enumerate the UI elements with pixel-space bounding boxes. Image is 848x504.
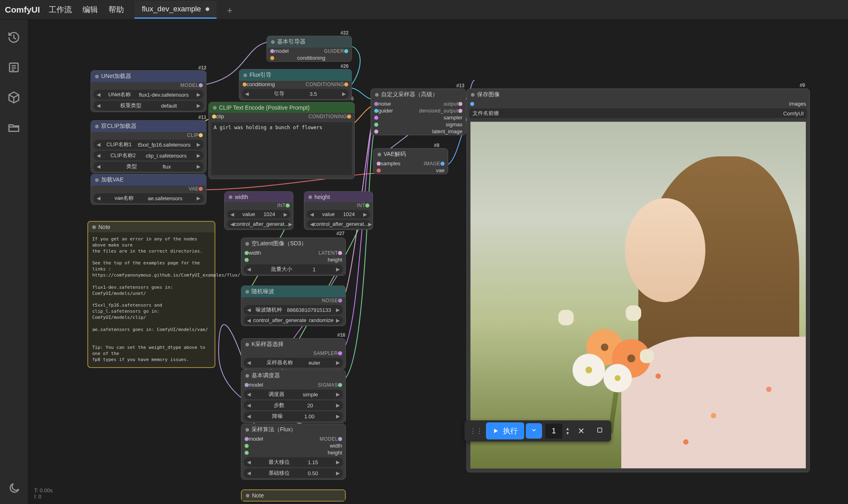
height-value[interactable]: ◀value1024▶ xyxy=(307,210,370,218)
node-note[interactable]: Note If you get an error in any of the n… xyxy=(87,221,215,368)
stat-iter: I: 0 xyxy=(34,493,53,500)
steps-widget[interactable]: ◀步数20▶ xyxy=(244,400,343,410)
cancel-button[interactable]: ✕ xyxy=(572,423,590,439)
node-ksampler-select[interactable]: K采样器选择 SAMPLER ◀采样器名称euler▶ xyxy=(241,338,346,369)
node-scheduler[interactable]: 基本调度器 modelSIGMAS ◀调度器simple▶ ◀步数20▶ ◀降噪… xyxy=(241,370,346,423)
seed-widget[interactable]: ◀噪波随机种886638107915133▶ xyxy=(244,305,343,315)
node-empty-latent[interactable]: 空Latent图像（SD3） widthLATENT height ◀批量大小1… xyxy=(241,238,346,276)
node-title: Note xyxy=(252,492,264,499)
filename-widget[interactable]: 文件名前缀ComfyUI xyxy=(469,108,807,118)
node-id-badge: #16 xyxy=(337,332,345,338)
history-icon[interactable] xyxy=(7,31,20,44)
node-height[interactable]: height INT ◀value1024▶ ◀control_after_ge… xyxy=(304,191,373,230)
stat-time: T: 0.00s xyxy=(34,487,53,494)
node-title: Note xyxy=(98,224,111,230)
drag-handle-icon[interactable]: ⋮⋮ xyxy=(466,427,486,435)
node-vae-loader[interactable]: 加载VAE VAE ◀vae名称ae.safetensors▶ xyxy=(91,174,206,205)
width-value[interactable]: ◀value1024▶ xyxy=(227,210,291,218)
menu-edit[interactable]: 编辑 xyxy=(82,4,98,15)
stop-icon xyxy=(596,426,603,434)
node-id-badge: #8 xyxy=(434,143,439,148)
batch-widget[interactable]: ◀批量大小1▶ xyxy=(244,264,343,274)
node-id-badge: #13 xyxy=(456,83,464,89)
tab-active[interactable]: flux_dev_example xyxy=(134,1,217,19)
node-id-badge: #12 xyxy=(198,65,206,71)
cag-widget[interactable]: ◀control_after_generaterandomize▶ xyxy=(244,316,343,324)
cube-icon[interactable] xyxy=(7,91,20,104)
node-title: CLIP Text Encode (Positive Prompt) xyxy=(219,104,310,111)
moon-icon[interactable] xyxy=(7,482,20,495)
clip2-widget[interactable]: ◀CLIP名称2clip_l.safetensors▶ xyxy=(93,151,204,160)
node-advanced-sampler[interactable]: 自定义采样器（高级） noiseoutput guiderdenoised_ou… xyxy=(371,89,466,135)
queue-count[interactable]: 1 xyxy=(545,424,562,439)
list-icon[interactable] xyxy=(7,61,20,74)
node-title: height xyxy=(314,194,330,200)
node-title: 双CLIP加载器 xyxy=(101,123,137,130)
node-vae-decode[interactable]: VAE解码 samplesIMAGE vae xyxy=(373,148,448,174)
execute-mode-button[interactable] xyxy=(526,423,542,439)
node-title: 采样算法（Flux） xyxy=(252,426,296,433)
queue-up-button[interactable]: ▲ xyxy=(563,426,572,431)
node-flux-guider[interactable]: Flux引导 conditioningCONDITIONING ◀引导3.5▶ xyxy=(239,69,352,100)
node-unet-loader[interactable]: UNet加载器 MODEL ◀UNet名称flux1-dev.safetenso… xyxy=(91,70,206,112)
tab-label: flux_dev_example xyxy=(142,5,201,13)
node-title: 空Latent图像（SD3） xyxy=(252,240,307,247)
denoise-widget[interactable]: ◀降噪1.00▶ xyxy=(244,411,343,421)
sched-widget[interactable]: ◀调度器simple▶ xyxy=(244,389,343,399)
node-id-badge: #26 xyxy=(341,63,349,69)
node-note-2[interactable]: Note xyxy=(241,489,346,502)
vae-name-widget[interactable]: ◀vae名称ae.safetensors▶ xyxy=(93,193,204,203)
node-save-image[interactable]: 保存图像 images 文件名前缀ComfyUI xyxy=(466,89,810,472)
node-title: UNet加载器 xyxy=(101,73,131,80)
menu-workflow[interactable]: 工作流 xyxy=(49,4,72,15)
max-shift-widget[interactable]: ◀最大移位1.15▶ xyxy=(244,457,343,467)
node-width[interactable]: width INT ◀value1024▶ ◀control_after_gen… xyxy=(224,191,293,230)
node-title: 保存图像 xyxy=(477,91,500,98)
topbar: ComfyUI 工作流 编辑 帮助 flux_dev_example + xyxy=(0,0,848,19)
node-title: 随机噪波 xyxy=(252,288,274,295)
node-title: 自定义采样器（高级） xyxy=(381,91,438,98)
menu-help[interactable]: 帮助 xyxy=(108,4,124,15)
execute-button[interactable]: 执行 xyxy=(486,422,524,439)
height-cag[interactable]: ◀control_after_generat...▶ xyxy=(307,220,370,228)
node-id-badge: #11 xyxy=(198,115,206,120)
canvas[interactable]: #12 #11 #10 #22 #26 #6 #13 #8 #9 #27 #16… xyxy=(28,19,848,504)
play-icon xyxy=(492,428,499,434)
clip-type-widget[interactable]: ◀类型flux▶ xyxy=(93,162,204,171)
execute-label: 执行 xyxy=(503,426,518,436)
node-title: VAE解码 xyxy=(384,151,406,158)
width-cag[interactable]: ◀control_after_generat...▶ xyxy=(227,220,291,228)
queue-down-button[interactable]: ▼ xyxy=(563,431,572,435)
node-dual-clip-loader[interactable]: 双CLIP加载器 CLIP ◀CLIP名称1t5xxl_fp16.safeten… xyxy=(91,120,206,173)
node-title: 加载VAE xyxy=(101,176,124,184)
app-logo: ComfyUI xyxy=(5,5,40,15)
svg-rect-5 xyxy=(598,428,602,432)
node-id-badge: #27 xyxy=(336,231,345,236)
stop-button[interactable] xyxy=(590,423,609,439)
weight-dtype-widget[interactable]: ◀权重类型default▶ xyxy=(93,101,204,110)
node-text-encode[interactable]: CLIP Text Encode (Positive Prompt) clipC… xyxy=(208,102,355,179)
note-text: If you get an error in any of the nodes … xyxy=(88,232,215,367)
node-title: K采样器选择 xyxy=(252,341,284,348)
node-title: Flux引导 xyxy=(249,71,271,79)
base-shift-widget[interactable]: ◀基础移位0.50▶ xyxy=(244,468,343,478)
sidebar xyxy=(0,19,28,504)
sampler-widget[interactable]: ◀采样器名称euler▶ xyxy=(244,358,343,368)
stats: T: 0.00s I: 0 xyxy=(34,487,53,500)
tab-modified-dot xyxy=(206,7,209,11)
node-random-noise[interactable]: 随机噪波 NOISE ◀噪波随机种886638107915133▶ ◀contr… xyxy=(241,286,346,326)
guidance-widget[interactable]: ◀引导3.5▶ xyxy=(242,89,349,99)
node-title: 基本调度器 xyxy=(252,372,280,379)
tab-add-button[interactable]: + xyxy=(225,5,234,15)
node-flux-alg[interactable]: 采样算法（Flux） modelMODEL width height ◀最大移位… xyxy=(241,424,346,480)
clip1-widget[interactable]: ◀CLIP名称1t5xxl_fp16.safetensors▶ xyxy=(93,140,204,149)
node-id-badge: #9 xyxy=(800,82,805,88)
unet-name-widget[interactable]: ◀UNet名称flux1-dev.safetensors▶ xyxy=(93,90,204,100)
prompt-textarea[interactable] xyxy=(211,122,352,175)
chevron-down-icon xyxy=(531,427,537,433)
folder-icon[interactable] xyxy=(7,121,20,134)
output-image xyxy=(470,121,806,469)
node-title: 基本引导器 xyxy=(277,38,306,45)
node-basic-guider[interactable]: 基本引导器 modelGUIDER conditioning xyxy=(267,36,352,62)
node-title: width xyxy=(235,194,248,200)
